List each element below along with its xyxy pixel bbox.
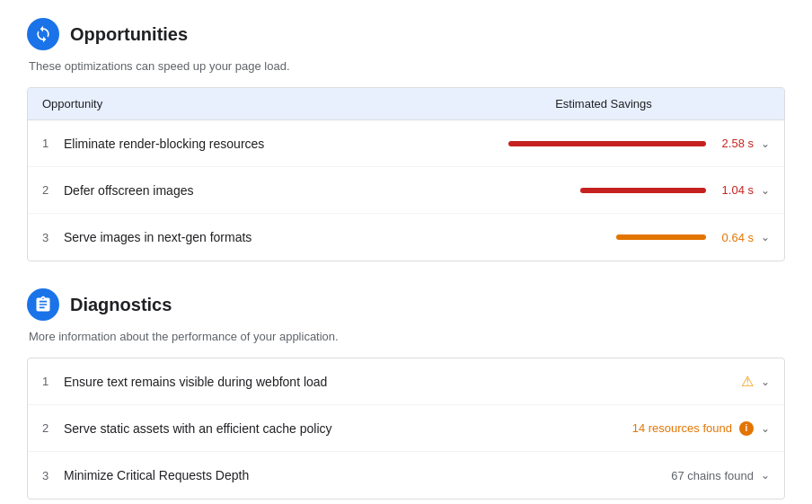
row-savings: 2.58 s ⌄ — [437, 137, 770, 150]
savings-bar — [616, 234, 706, 240]
row-label: Ensure text remains visible during webfo… — [64, 375, 437, 389]
row-number: 2 — [42, 421, 64, 435]
savings-bar-container — [616, 234, 706, 240]
diagnostics-section: Diagnostics More information about the p… — [27, 288, 785, 500]
chevron-icon[interactable]: ⌄ — [761, 184, 770, 197]
diagnostics-icon — [27, 288, 59, 321]
chevron-icon[interactable]: ⌄ — [761, 469, 770, 482]
opportunities-icon — [27, 18, 59, 50]
row-number: 3 — [42, 231, 64, 244]
opportunities-section: Opportunities These optimizations can sp… — [27, 18, 785, 261]
table-row: 3 Minimize Critical Requests Depth 67 ch… — [28, 452, 784, 499]
col-header-opportunity: Opportunity — [42, 97, 437, 111]
col-header-savings: Estimated Savings — [437, 97, 770, 111]
diag-right: 14 resources found i ⌄ — [437, 421, 770, 436]
row-savings: 0.64 s ⌄ — [437, 231, 770, 244]
chains-found-text: 67 chains found — [671, 469, 754, 482]
diagnostics-description: More information about the performance o… — [27, 330, 785, 343]
opportunities-title: Opportunities — [70, 24, 188, 45]
diagnostics-title: Diagnostics — [70, 295, 172, 315]
diagnostics-header: Diagnostics — [27, 288, 785, 321]
chevron-icon[interactable]: ⌄ — [761, 376, 770, 388]
savings-bar-container — [508, 141, 706, 146]
savings-bar — [508, 141, 706, 146]
row-savings: 1.04 s ⌄ — [437, 183, 770, 197]
opportunities-description: These optimizations can speed up your pa… — [27, 59, 785, 73]
resources-found-badge: 14 resources found — [632, 421, 732, 435]
chevron-icon[interactable]: ⌄ — [761, 422, 770, 435]
savings-value: 0.64 s — [713, 231, 754, 244]
table-row: 1 Eliminate render-blocking resources 2.… — [28, 120, 784, 167]
savings-bar-container — [580, 188, 706, 193]
row-number: 3 — [42, 469, 64, 482]
table-row: 2 Serve static assets with an efficient … — [28, 405, 784, 452]
diagnostics-table: 1 Ensure text remains visible during web… — [27, 358, 785, 500]
warning-triangle-icon: ⚠ — [741, 373, 754, 390]
row-label: Serve images in next-gen formats — [64, 230, 437, 244]
savings-bar — [580, 188, 706, 193]
table-row: 1 Ensure text remains visible during web… — [28, 358, 784, 405]
opportunities-table: Opportunity Estimated Savings 1 Eliminat… — [27, 87, 785, 261]
savings-value: 1.04 s — [713, 183, 754, 197]
diagnostics-svg — [34, 296, 52, 314]
opportunities-table-header: Opportunity Estimated Savings — [28, 88, 784, 120]
savings-value: 2.58 s — [713, 137, 754, 150]
row-label: Minimize Critical Requests Depth — [64, 468, 437, 482]
row-number: 2 — [42, 183, 64, 197]
row-number: 1 — [42, 137, 64, 150]
row-label: Serve static assets with an efficient ca… — [64, 421, 437, 436]
diag-right: 67 chains found ⌄ — [437, 469, 770, 482]
row-label: Eliminate render-blocking resources — [64, 137, 437, 151]
opportunities-svg — [34, 25, 52, 43]
diag-right: ⚠ ⌄ — [437, 373, 770, 390]
row-label: Defer offscreen images — [64, 183, 437, 198]
table-row: 3 Serve images in next-gen formats 0.64 … — [28, 214, 784, 261]
chevron-icon[interactable]: ⌄ — [761, 231, 770, 243]
row-number: 1 — [42, 375, 64, 388]
info-icon: i — [739, 421, 754, 436]
opportunities-header: Opportunities — [27, 18, 785, 50]
chevron-icon[interactable]: ⌄ — [761, 137, 770, 150]
table-row: 2 Defer offscreen images 1.04 s ⌄ — [28, 167, 784, 214]
